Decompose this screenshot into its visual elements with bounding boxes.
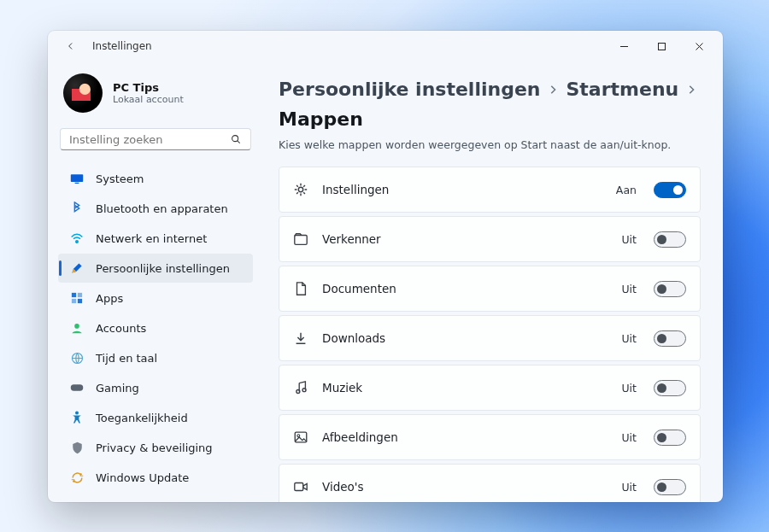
folder-row-afbeeldingen: AfbeeldingenUit xyxy=(279,414,701,460)
page-description: Kies welke mappen worden weergegeven op … xyxy=(279,138,701,151)
afbeeldingen-icon xyxy=(293,430,308,445)
sidebar-item-systeem[interactable]: Systeem xyxy=(58,164,253,193)
sidebar-item-label: Gaming xyxy=(96,382,139,395)
videos-icon xyxy=(293,479,308,494)
toggle-downloads[interactable] xyxy=(654,330,686,347)
toggle-state-label: Uit xyxy=(621,332,637,345)
apps-icon xyxy=(70,291,84,305)
breadcrumb: Persoonlijke instellingen Startmenu Mapp… xyxy=(279,79,701,130)
sidebar-item-label: Toegankelijkheid xyxy=(96,412,188,424)
wifi-icon xyxy=(70,231,84,245)
sidebar-item-gaming[interactable]: Gaming xyxy=(58,373,253,402)
update-icon xyxy=(70,471,84,484)
toggle-muziek[interactable] xyxy=(654,380,686,396)
svg-rect-7 xyxy=(72,299,76,303)
folder-row-documenten: DocumentenUit xyxy=(279,266,701,312)
folder-row-instellingen: InstellingenAan xyxy=(279,167,701,213)
downloads-icon xyxy=(293,330,308,346)
search-input[interactable] xyxy=(69,133,230,146)
minimize-button[interactable] xyxy=(605,33,643,59)
breadcrumb-level2[interactable]: Startmenu xyxy=(566,79,678,100)
sidebar: PC Tips Lokaal account Systeem xyxy=(48,61,263,502)
sidebar-item-label: Apps xyxy=(96,292,123,305)
folder-row-downloads: DownloadsUit xyxy=(279,315,701,361)
gaming-icon xyxy=(70,381,84,395)
chevron-right-icon xyxy=(687,85,696,95)
main-content: Persoonlijke instellingen Startmenu Mapp… xyxy=(263,61,723,502)
toggle-state-label: Uit xyxy=(621,481,637,494)
breadcrumb-level1[interactable]: Persoonlijke instellingen xyxy=(279,79,540,100)
folder-row-videos: Video'sUit xyxy=(279,464,701,502)
toggle-state-label: Aan xyxy=(616,184,637,196)
sidebar-item-label: Netwerk en internet xyxy=(96,232,207,245)
documenten-icon xyxy=(293,281,308,296)
svg-rect-6 xyxy=(78,293,82,297)
accessibility-icon xyxy=(70,411,84,424)
svg-point-4 xyxy=(76,241,79,243)
sidebar-item-accounts[interactable]: Accounts xyxy=(58,313,253,342)
window-title: Instellingen xyxy=(92,40,152,52)
folder-row-label: Documenten xyxy=(322,282,608,295)
folder-row-label: Video's xyxy=(322,480,608,494)
toggle-verkenner[interactable] xyxy=(654,231,686,248)
svg-rect-3 xyxy=(75,183,79,184)
sidebar-item-persoonlijk[interactable]: Persoonlijke instellingen xyxy=(58,254,253,283)
sidebar-item-bluetooth[interactable]: Bluetooth en apparaten xyxy=(58,194,253,223)
accounts-icon xyxy=(70,321,84,335)
toggle-videos[interactable] xyxy=(654,479,686,495)
sidebar-item-label: Systeem xyxy=(96,172,144,185)
shield-icon xyxy=(70,441,84,454)
sidebar-item-tijd[interactable]: Tijd en taal xyxy=(58,343,253,372)
profile-subtitle: Lokaal account xyxy=(113,94,184,105)
sidebar-item-netwerk[interactable]: Netwerk en internet xyxy=(58,224,253,253)
sidebar-item-update[interactable]: Windows Update xyxy=(58,463,253,492)
svg-rect-0 xyxy=(658,43,665,50)
sidebar-item-apps[interactable]: Apps xyxy=(58,284,253,313)
sidebar-item-label: Accounts xyxy=(96,322,146,335)
muziek-icon xyxy=(293,380,308,395)
maximize-button[interactable] xyxy=(643,33,680,59)
toggle-instellingen[interactable] xyxy=(654,182,686,198)
breadcrumb-level3: Mappen xyxy=(279,108,363,130)
sidebar-item-label: Persoonlijke instellingen xyxy=(96,262,230,275)
folder-row-label: Instellingen xyxy=(322,183,602,196)
personalize-icon xyxy=(70,261,84,275)
chevron-right-icon xyxy=(549,85,557,95)
back-button[interactable] xyxy=(56,34,85,58)
folder-toggle-list: InstellingenAanVerkennerUitDocumentenUit… xyxy=(279,167,701,502)
svg-rect-8 xyxy=(78,299,82,303)
display-icon xyxy=(70,172,84,185)
svg-rect-11 xyxy=(71,384,84,390)
verkenner-icon xyxy=(293,231,308,247)
profile-block[interactable]: PC Tips Lokaal account xyxy=(58,73,253,125)
sidebar-item-privacy[interactable]: Privacy & beveiliging xyxy=(58,433,253,462)
folder-row-label: Verkenner xyxy=(322,232,608,246)
toggle-state-label: Uit xyxy=(621,233,637,246)
svg-point-1 xyxy=(232,136,238,142)
globe-icon xyxy=(70,351,84,365)
search-icon xyxy=(230,133,242,145)
folder-row-muziek: MuziekUit xyxy=(279,365,701,411)
close-button[interactable] xyxy=(680,33,718,59)
folder-row-label: Afbeeldingen xyxy=(322,430,608,444)
sidebar-item-label: Bluetooth en apparaten xyxy=(96,202,228,215)
toggle-state-label: Uit xyxy=(621,283,637,295)
folder-row-verkenner: VerkennerUit xyxy=(279,216,701,262)
profile-name: PC Tips xyxy=(113,81,184,94)
instellingen-icon xyxy=(293,182,308,197)
sidebar-item-label: Tijd en taal xyxy=(96,352,157,365)
avatar xyxy=(63,73,103,113)
svg-point-9 xyxy=(74,324,79,329)
sidebar-item-label: Privacy & beveiliging xyxy=(96,441,213,454)
sidebar-item-toegankelijkheid[interactable]: Toegankelijkheid xyxy=(58,403,253,432)
toggle-state-label: Uit xyxy=(621,431,637,444)
toggle-documenten[interactable] xyxy=(654,281,686,297)
nav: Systeem Bluetooth en apparaten Netwerk e… xyxy=(58,164,253,492)
search-box[interactable] xyxy=(60,128,251,150)
folder-row-label: Muziek xyxy=(322,381,608,395)
svg-point-12 xyxy=(75,411,79,414)
toggle-afbeeldingen[interactable] xyxy=(654,430,686,446)
bluetooth-icon xyxy=(70,202,84,215)
settings-window: Instellingen PC Tips Lokaal account xyxy=(48,31,723,502)
sidebar-item-label: Windows Update xyxy=(96,471,189,484)
